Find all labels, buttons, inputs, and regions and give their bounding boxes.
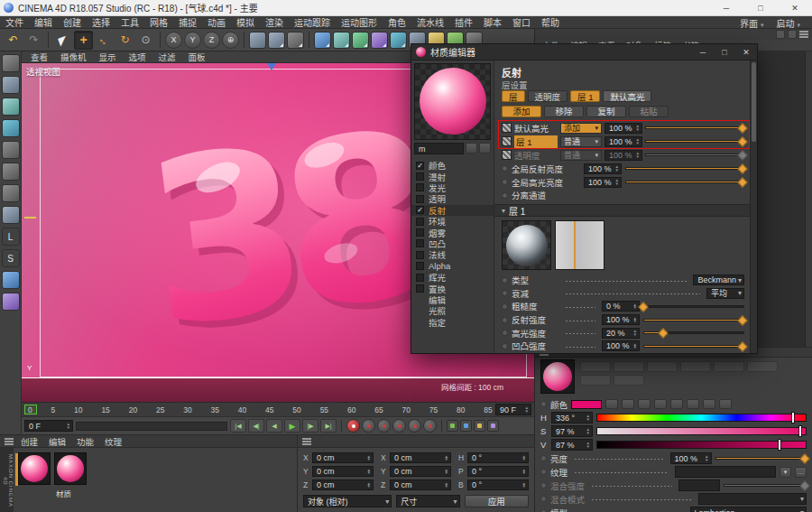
menu-item[interactable]: 网格 bbox=[144, 15, 173, 29]
menu-item[interactable]: 工具 bbox=[115, 15, 144, 29]
coordinate-value-field[interactable]: 0 ° bbox=[467, 452, 529, 463]
live-selection-tool[interactable]: ◤ bbox=[51, 28, 75, 52]
shading-model-dropdown[interactable]: Lambertian bbox=[690, 507, 807, 512]
panel-menu-icon[interactable] bbox=[799, 31, 808, 38]
hsv-gradient-slider[interactable] bbox=[596, 441, 807, 449]
attribute-tab[interactable] bbox=[614, 375, 644, 386]
color-rgb-button[interactable] bbox=[638, 399, 651, 409]
layer1-curve-preview[interactable] bbox=[555, 220, 604, 270]
texture-path-field[interactable] bbox=[675, 466, 777, 478]
layer-strength-slider[interactable] bbox=[645, 154, 744, 156]
channel-checkbox[interactable] bbox=[416, 195, 424, 203]
menu-item[interactable]: 模拟 bbox=[231, 15, 260, 29]
material-channel-row[interactable]: 发光 bbox=[411, 182, 494, 193]
strength-field[interactable]: 100 % bbox=[602, 314, 640, 325]
channel-checkbox[interactable]: ✓ bbox=[416, 162, 424, 170]
last-tool[interactable]: ⊙ bbox=[136, 31, 155, 50]
viewport-solo-hierarchy-button[interactable]: S bbox=[2, 249, 20, 267]
global-row-field[interactable]: 100 % bbox=[584, 177, 622, 188]
layer-strength-field[interactable]: 100 % bbox=[604, 123, 642, 134]
attribute-tab[interactable] bbox=[614, 361, 644, 372]
maximize-button[interactable]: □ bbox=[714, 44, 735, 61]
material-editor-scrollbar[interactable] bbox=[750, 61, 757, 353]
material-channel-row[interactable]: 编辑 bbox=[411, 294, 494, 305]
material-channel-row[interactable]: 辉光 bbox=[411, 272, 494, 283]
reflectance-tab[interactable]: 层 1 bbox=[570, 90, 600, 102]
viewport-solo-single-button[interactable]: L bbox=[2, 228, 20, 246]
snap-toggle-button[interactable] bbox=[2, 271, 20, 289]
y-axis-lock-button[interactable]: Y bbox=[184, 32, 201, 49]
color-swatch[interactable] bbox=[571, 400, 602, 409]
primitive-cube-dropdown[interactable] bbox=[314, 32, 331, 49]
coordinate-mode-dropdown[interactable]: 对象 (相对) bbox=[303, 495, 392, 507]
channel-checkbox[interactable] bbox=[416, 262, 424, 270]
apply-button[interactable]: 应用 bbox=[465, 495, 529, 507]
material-channel-row[interactable]: 透明 bbox=[411, 193, 494, 204]
layer-name[interactable]: 层 1 bbox=[514, 135, 558, 148]
texture-browse-button[interactable]: … bbox=[795, 467, 807, 478]
panel-menu-icon[interactable] bbox=[5, 438, 14, 445]
coordinate-value-field[interactable]: 0 cm bbox=[390, 452, 451, 463]
attribute-tab[interactable] bbox=[680, 361, 711, 372]
strength-field[interactable]: 20 % bbox=[602, 328, 640, 339]
coordinate-value-field[interactable]: 0 cm bbox=[312, 466, 374, 477]
brightness-slider[interactable] bbox=[715, 457, 807, 460]
channel-checkbox[interactable] bbox=[416, 251, 424, 259]
coordinate-value-field[interactable]: 0 cm bbox=[312, 479, 374, 490]
record-toggle[interactable] bbox=[423, 419, 437, 433]
scrollbar-thumb[interactable] bbox=[752, 62, 756, 142]
record-toggle[interactable] bbox=[392, 419, 406, 433]
strength-slider[interactable] bbox=[643, 331, 744, 334]
render-picture-viewer-button[interactable] bbox=[268, 32, 285, 49]
menu-item[interactable]: 运动跟踪 bbox=[289, 15, 336, 29]
rotate-tool[interactable]: ↻ bbox=[115, 31, 134, 50]
startup-dropdown[interactable]: 启动 bbox=[770, 16, 807, 30]
layer-strength-field[interactable]: 100 % bbox=[604, 136, 642, 147]
window-titlebar[interactable]: CINEMA 4D R18.057 Studio (RC - R18) - [气… bbox=[0, 0, 812, 16]
reflectance-tab[interactable]: 层 bbox=[502, 90, 525, 102]
channel-checkbox[interactable] bbox=[416, 228, 424, 237]
workplane-mode-button[interactable] bbox=[2, 119, 20, 137]
menu-item[interactable]: 帮助 bbox=[536, 15, 565, 29]
distribution-type-dropdown[interactable]: Beckmann bbox=[693, 275, 744, 285]
coordinate-system-toggle[interactable]: ⊕ bbox=[222, 32, 239, 49]
menu-item[interactable]: 窗口 bbox=[507, 15, 536, 29]
panel-menu-icon[interactable] bbox=[302, 438, 311, 445]
material-channel-row[interactable]: Alpha bbox=[411, 261, 494, 272]
viewport-menu-item[interactable]: 摄像机 bbox=[55, 51, 92, 63]
material-channel-row[interactable]: ✓ 反射 bbox=[411, 205, 494, 216]
close-button[interactable]: ✕ bbox=[778, 0, 812, 16]
texture-mode-button[interactable] bbox=[2, 98, 20, 116]
transport-button[interactable]: |◀ bbox=[230, 419, 246, 433]
deformer-dropdown[interactable] bbox=[371, 32, 388, 49]
screen-picker-button[interactable] bbox=[719, 399, 732, 409]
minimize-button[interactable]: ─ bbox=[709, 0, 743, 16]
global-row-slider[interactable] bbox=[625, 167, 744, 170]
filter-icon[interactable] bbox=[776, 30, 785, 39]
attenuation-dropdown[interactable]: 平均 bbox=[706, 288, 744, 299]
reflectance-tab[interactable]: 透明度 bbox=[528, 90, 568, 102]
hsv-gradient-slider[interactable] bbox=[596, 427, 807, 435]
channel-checkbox[interactable] bbox=[416, 172, 424, 181]
layer-action-button[interactable]: 添加 bbox=[502, 106, 541, 117]
make-editable-button[interactable] bbox=[2, 54, 20, 72]
global-row-slider[interactable] bbox=[625, 181, 744, 183]
material-manager-menu-item[interactable]: 编辑 bbox=[49, 435, 66, 448]
transport-button[interactable]: ▶| bbox=[320, 419, 337, 433]
hsv-gradient-slider[interactable] bbox=[596, 414, 807, 422]
reflectance-layer-row[interactable]: 层 1 普通 100 % bbox=[502, 135, 744, 148]
attribute-tab[interactable] bbox=[714, 361, 744, 372]
color-hsv-button[interactable] bbox=[654, 399, 667, 409]
separate-passes-label[interactable]: 分离通道 bbox=[512, 189, 546, 201]
enable-axis-button[interactable] bbox=[2, 206, 20, 224]
hsv-value-field[interactable]: 336 ° bbox=[551, 412, 593, 424]
color-spectrum-button[interactable] bbox=[622, 399, 634, 409]
points-mode-button[interactable] bbox=[2, 141, 20, 159]
material-thumbnail[interactable]: 材质 bbox=[54, 452, 87, 485]
spline-pen-dropdown[interactable] bbox=[333, 32, 350, 49]
menu-item[interactable]: 动画 bbox=[202, 15, 231, 29]
strength-field[interactable]: 100 % bbox=[602, 340, 640, 351]
attribute-tab[interactable] bbox=[647, 361, 678, 372]
timeline-scrollbar[interactable] bbox=[76, 422, 227, 431]
material-manager-menu-item[interactable]: 功能 bbox=[77, 435, 94, 448]
